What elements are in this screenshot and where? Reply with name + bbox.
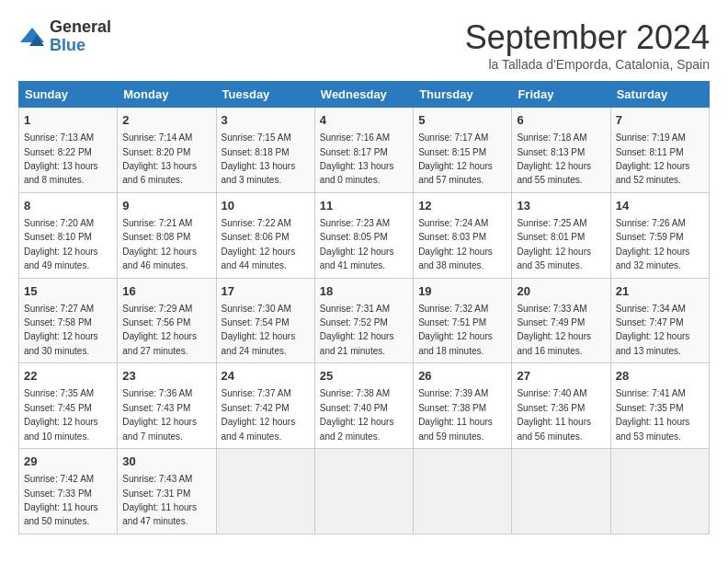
day-number: 1 <box>24 112 112 129</box>
header-friday: Friday <box>512 82 610 108</box>
day-number: 16 <box>122 283 210 300</box>
day-number: 12 <box>418 198 506 214</box>
day-info: Sunrise: 7:13 AMSunset: 8:22 PMDaylight:… <box>24 132 98 185</box>
day-info: Sunrise: 7:18 AMSunset: 8:13 PMDaylight:… <box>517 132 591 185</box>
day-info: Sunrise: 7:32 AMSunset: 7:51 PMDaylight:… <box>418 304 493 356</box>
day-info: Sunrise: 7:41 AMSunset: 7:35 PMDaylight:… <box>616 388 690 441</box>
calendar-cell: 11 Sunrise: 7:23 AMSunset: 8:05 PMDaylig… <box>314 192 413 278</box>
day-number: 15 <box>24 283 112 300</box>
day-info: Sunrise: 7:33 AMSunset: 7:49 PMDaylight:… <box>517 304 591 356</box>
day-number: 2 <box>122 112 210 129</box>
calendar-cell: 9 Sunrise: 7:21 AMSunset: 8:08 PMDayligh… <box>118 192 216 278</box>
day-number: 4 <box>320 112 408 129</box>
calendar-cell: 15 Sunrise: 7:27 AMSunset: 7:58 PMDaylig… <box>19 278 118 363</box>
header-saturday: Saturday <box>610 82 709 108</box>
calendar-cell: 8 Sunrise: 7:20 AMSunset: 8:10 PMDayligh… <box>19 192 118 278</box>
day-number: 3 <box>222 112 310 129</box>
calendar-cell <box>610 449 709 534</box>
day-info: Sunrise: 7:23 AMSunset: 8:05 PMDaylight:… <box>320 218 394 270</box>
day-info: Sunrise: 7:30 AMSunset: 7:54 PMDaylight:… <box>222 304 296 356</box>
day-number: 25 <box>320 368 408 385</box>
day-info: Sunrise: 7:39 AMSunset: 7:38 PMDaylight:… <box>418 388 493 441</box>
day-number: 26 <box>418 368 506 385</box>
day-info: Sunrise: 7:16 AMSunset: 8:17 PMDaylight:… <box>320 132 394 185</box>
title-block: September 2024 la Tallada d'Emporda, Cat… <box>465 18 710 72</box>
day-info: Sunrise: 7:37 AMSunset: 7:42 PMDaylight:… <box>222 388 296 441</box>
page-header: General Blue September 2024 la Tallada d… <box>18 18 710 72</box>
header-wednesday: Wednesday <box>314 82 413 108</box>
logo-icon <box>18 26 46 48</box>
calendar-cell: 21 Sunrise: 7:34 AMSunset: 7:47 PMDaylig… <box>610 278 709 363</box>
calendar-cell: 14 Sunrise: 7:26 AMSunset: 7:59 PMDaylig… <box>610 192 709 278</box>
header-monday: Monday <box>118 82 216 108</box>
day-info: Sunrise: 7:17 AMSunset: 8:15 PMDaylight:… <box>418 132 493 185</box>
day-info: Sunrise: 7:34 AMSunset: 7:47 PMDaylight:… <box>616 304 690 356</box>
calendar-cell: 27 Sunrise: 7:40 AMSunset: 7:36 PMDaylig… <box>512 363 610 449</box>
day-info: Sunrise: 7:15 AMSunset: 8:18 PMDaylight:… <box>222 132 296 185</box>
calendar-table: SundayMondayTuesdayWednesdayThursdayFrid… <box>18 81 710 534</box>
calendar-cell: 16 Sunrise: 7:29 AMSunset: 7:56 PMDaylig… <box>118 278 216 363</box>
calendar-cell: 17 Sunrise: 7:30 AMSunset: 7:54 PMDaylig… <box>216 278 314 363</box>
day-info: Sunrise: 7:27 AMSunset: 7:58 PMDaylight:… <box>24 304 98 356</box>
logo: General Blue <box>18 18 111 55</box>
day-number: 9 <box>122 198 210 214</box>
day-info: Sunrise: 7:31 AMSunset: 7:52 PMDaylight:… <box>320 304 394 356</box>
calendar-cell: 29 Sunrise: 7:42 AMSunset: 7:33 PMDaylig… <box>19 449 118 534</box>
day-number: 27 <box>517 368 605 385</box>
calendar-cell: 2 Sunrise: 7:14 AMSunset: 8:20 PMDayligh… <box>118 108 216 193</box>
day-number: 21 <box>616 283 704 300</box>
calendar-cell: 26 Sunrise: 7:39 AMSunset: 7:38 PMDaylig… <box>414 363 512 449</box>
day-info: Sunrise: 7:43 AMSunset: 7:31 PMDaylight:… <box>122 474 197 526</box>
day-number: 23 <box>122 368 210 385</box>
logo-text: General Blue <box>50 18 111 55</box>
calendar-cell: 5 Sunrise: 7:17 AMSunset: 8:15 PMDayligh… <box>414 108 512 193</box>
day-info: Sunrise: 7:42 AMSunset: 7:33 PMDaylight:… <box>24 474 98 526</box>
calendar-cell: 6 Sunrise: 7:18 AMSunset: 8:13 PMDayligh… <box>512 108 610 193</box>
day-number: 10 <box>222 198 310 214</box>
day-number: 14 <box>616 198 704 214</box>
day-info: Sunrise: 7:19 AMSunset: 8:11 PMDaylight:… <box>616 132 690 185</box>
calendar-cell: 12 Sunrise: 7:24 AMSunset: 8:03 PMDaylig… <box>414 192 512 278</box>
day-number: 7 <box>616 112 704 129</box>
day-info: Sunrise: 7:29 AMSunset: 7:56 PMDaylight:… <box>122 304 197 356</box>
calendar-cell: 19 Sunrise: 7:32 AMSunset: 7:51 PMDaylig… <box>414 278 512 363</box>
day-number: 28 <box>616 368 704 385</box>
calendar-header-row: SundayMondayTuesdayWednesdayThursdayFrid… <box>19 82 710 108</box>
calendar-cell: 7 Sunrise: 7:19 AMSunset: 8:11 PMDayligh… <box>610 108 709 193</box>
day-number: 24 <box>222 368 310 385</box>
day-number: 5 <box>418 112 506 129</box>
day-number: 22 <box>24 368 112 385</box>
day-number: 13 <box>517 198 605 214</box>
calendar-cell <box>512 449 610 534</box>
day-number: 17 <box>222 283 310 300</box>
calendar-cell: 1 Sunrise: 7:13 AMSunset: 8:22 PMDayligh… <box>19 108 118 193</box>
day-info: Sunrise: 7:14 AMSunset: 8:20 PMDaylight:… <box>122 132 197 185</box>
calendar-cell: 30 Sunrise: 7:43 AMSunset: 7:31 PMDaylig… <box>118 449 216 534</box>
day-info: Sunrise: 7:40 AMSunset: 7:36 PMDaylight:… <box>517 388 591 441</box>
day-number: 18 <box>320 283 408 300</box>
calendar-week-3: 15 Sunrise: 7:27 AMSunset: 7:58 PMDaylig… <box>19 278 710 363</box>
header-sunday: Sunday <box>19 82 118 108</box>
day-info: Sunrise: 7:25 AMSunset: 8:01 PMDaylight:… <box>517 218 591 270</box>
logo-blue: Blue <box>50 36 85 54</box>
day-info: Sunrise: 7:24 AMSunset: 8:03 PMDaylight:… <box>418 218 493 270</box>
day-info: Sunrise: 7:20 AMSunset: 8:10 PMDaylight:… <box>24 218 98 270</box>
calendar-cell: 18 Sunrise: 7:31 AMSunset: 7:52 PMDaylig… <box>314 278 413 363</box>
calendar-cell <box>314 449 413 534</box>
day-info: Sunrise: 7:21 AMSunset: 8:08 PMDaylight:… <box>122 218 197 270</box>
day-number: 8 <box>24 198 112 214</box>
location-title: la Tallada d'Emporda, Catalonia, Spain <box>465 57 710 72</box>
day-number: 19 <box>418 283 506 300</box>
calendar-cell: 22 Sunrise: 7:35 AMSunset: 7:45 PMDaylig… <box>19 363 118 449</box>
header-thursday: Thursday <box>414 82 512 108</box>
header-tuesday: Tuesday <box>216 82 314 108</box>
calendar-cell: 24 Sunrise: 7:37 AMSunset: 7:42 PMDaylig… <box>216 363 314 449</box>
calendar-cell <box>216 449 314 534</box>
svg-marker-0 <box>20 28 44 42</box>
day-info: Sunrise: 7:36 AMSunset: 7:43 PMDaylight:… <box>122 388 197 441</box>
calendar-cell: 10 Sunrise: 7:22 AMSunset: 8:06 PMDaylig… <box>216 192 314 278</box>
month-title: September 2024 <box>465 18 710 57</box>
day-number: 30 <box>122 454 210 470</box>
calendar-cell: 13 Sunrise: 7:25 AMSunset: 8:01 PMDaylig… <box>512 192 610 278</box>
calendar-week-4: 22 Sunrise: 7:35 AMSunset: 7:45 PMDaylig… <box>19 363 710 449</box>
